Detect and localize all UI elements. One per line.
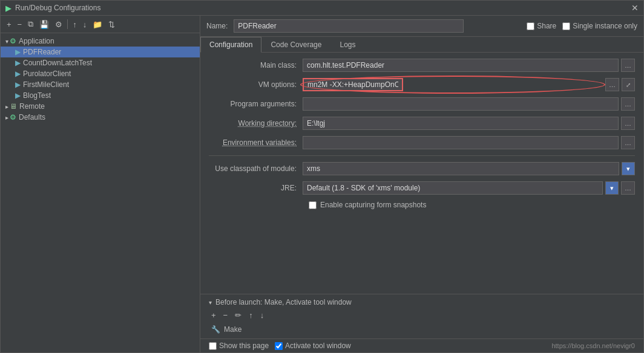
remove-config-button[interactable]: −: [15, 19, 25, 30]
working-dir-input[interactable]: [303, 117, 619, 130]
vm-options-input-wrap: … ⤢: [303, 78, 635, 91]
working-dir-browse-button[interactable]: …: [621, 117, 635, 130]
enable-snapshots-label: Enable capturing form snapshots: [320, 201, 426, 209]
main-class-row: Main class: …: [209, 59, 635, 72]
bl-up-button[interactable]: ↑: [246, 310, 255, 320]
jre-select-wrap: Default (1.8 - SDK of 'xms' module) ▾ …: [303, 181, 635, 195]
close-button[interactable]: ✕: [631, 3, 639, 13]
program-args-browse-button[interactable]: …: [621, 97, 635, 111]
tab-configuration[interactable]: Configuration: [200, 37, 261, 53]
single-instance-label: Single instance only: [573, 22, 637, 30]
make-label: Make: [224, 325, 242, 334]
enable-snapshots-row: Enable capturing form snapshots: [209, 201, 635, 209]
before-launch-arrow-icon: ▾: [209, 299, 212, 306]
tab-code-coverage[interactable]: Code Coverage: [261, 37, 330, 52]
expand-arrow-application: ▾: [5, 38, 8, 45]
env-vars-input[interactable]: [303, 136, 619, 149]
config-body: Main class: … VM options: …: [200, 53, 643, 294]
jre-browse-button[interactable]: …: [621, 181, 635, 195]
tree-item-purlatorclient[interactable]: ▶ PurolatorClient: [1, 68, 200, 79]
tab-logs-label: Logs: [340, 40, 355, 49]
single-instance-checkbox-label: Single instance only: [562, 22, 637, 30]
vm-options-browse-button[interactable]: …: [605, 78, 619, 91]
env-vars-input-wrap: …: [303, 136, 635, 149]
config-tabs: Configuration Code Coverage Logs: [200, 37, 643, 53]
tree-item-remote[interactable]: ▸ 🖥 Remote: [1, 101, 200, 112]
form-divider: [209, 155, 635, 156]
purlatorclient-label: PurolatorClient: [23, 70, 71, 78]
main-class-input[interactable]: [303, 59, 619, 72]
vm-options-expand-button[interactable]: ⤢: [622, 78, 635, 91]
firstmile-icon: ▶: [15, 80, 21, 89]
defaults-group-icon: ⚙: [10, 113, 16, 121]
purlator-icon: ▶: [15, 70, 21, 78]
tree-item-countdownlatchtest[interactable]: ▶ CountDownLatchTest: [1, 57, 200, 68]
copy-config-button[interactable]: ⧉: [25, 18, 36, 30]
activate-checkbox[interactable]: [275, 342, 283, 350]
before-launch-toolbar: + − ✏ ↑ ↓: [209, 310, 635, 320]
bl-remove-button[interactable]: −: [221, 310, 231, 320]
jre-select[interactable]: Default (1.8 - SDK of 'xms' module): [303, 181, 603, 195]
right-panel: Name: Share Single instance only Configu…: [200, 16, 643, 352]
tree-item-pdfreader[interactable]: ▶ PDFReader: [1, 47, 200, 57]
vm-options-input[interactable]: [303, 78, 403, 91]
jre-dropdown-arrow[interactable]: ▾: [605, 181, 619, 195]
program-args-input[interactable]: [303, 97, 619, 111]
countdownlatch-icon: ▶: [15, 59, 21, 67]
left-panel: + − ⧉ 💾 ⚙ ↑ ↓ 📁 ⇅ ▾ ⚙ Application: [1, 16, 200, 352]
bottom-bar: Show this page Activate tool window http…: [200, 338, 643, 352]
remote-group-label: Remote: [19, 102, 45, 111]
config-tree: ▾ ⚙ Application ▶ PDFReader ▶ CountDownL…: [1, 33, 200, 352]
main-class-label: Main class:: [209, 61, 303, 70]
gear-button[interactable]: ⚙: [53, 19, 65, 30]
application-group-label: Application: [19, 37, 54, 45]
name-label: Name:: [206, 22, 228, 30]
enable-snapshots-checkbox[interactable]: [309, 201, 317, 209]
share-checkbox-label: Share: [527, 22, 556, 30]
classpath-dropdown-arrow[interactable]: ▾: [622, 162, 635, 175]
jre-label: JRE:: [209, 184, 303, 192]
tab-logs[interactable]: Logs: [330, 37, 364, 52]
main-class-browse-button[interactable]: …: [621, 59, 635, 72]
save-config-button[interactable]: 💾: [37, 19, 51, 30]
window-icon: ▶: [5, 4, 12, 13]
bl-down-button[interactable]: ↓: [258, 310, 267, 320]
tree-item-firstmileclient[interactable]: ▶ FirstMileClient: [1, 79, 200, 90]
working-dir-label: Working directory:: [209, 119, 303, 128]
tree-item-defaults[interactable]: ▸ ⚙ Defaults: [1, 112, 200, 123]
pdfreader-icon: ▶: [15, 48, 21, 56]
application-group-icon: ⚙: [10, 37, 16, 45]
pdfreader-label: PDFReader: [23, 48, 61, 56]
add-config-button[interactable]: +: [4, 19, 14, 30]
show-page-checkbox[interactable]: [209, 342, 217, 350]
blogtest-label: BlogTest: [23, 91, 51, 100]
bl-add-button[interactable]: +: [209, 310, 218, 320]
before-launch-section: ▾ Before launch: Make, Activate tool win…: [200, 294, 643, 338]
make-row: 🔧 Make: [209, 324, 635, 335]
sort-button[interactable]: ⇅: [106, 19, 117, 30]
expand-arrow-defaults: ▸: [5, 114, 8, 121]
before-launch-title: Before launch: Make, Activate tool windo…: [215, 298, 352, 306]
tree-item-blogtest[interactable]: ▶ BlogTest: [1, 90, 200, 101]
make-icon: 🔧: [211, 325, 220, 334]
share-checkbox[interactable]: [527, 22, 534, 30]
bl-edit-button[interactable]: ✏: [232, 310, 244, 320]
move-up-button[interactable]: ↑: [70, 19, 79, 30]
program-args-row: Program arguments: …: [209, 97, 635, 111]
show-page-label: Show this page: [219, 342, 269, 350]
name-input[interactable]: [234, 19, 464, 33]
tree-item-application[interactable]: ▾ ⚙ Application: [1, 36, 200, 47]
main-class-input-wrap: …: [303, 59, 635, 72]
firstmileclient-label: FirstMileClient: [23, 80, 69, 89]
tab-configuration-label: Configuration: [209, 40, 252, 49]
move-down-button[interactable]: ↓: [80, 19, 90, 30]
share-label: Share: [537, 22, 556, 30]
program-args-input-wrap: …: [303, 97, 635, 111]
blogtest-icon: ▶: [15, 91, 21, 100]
vm-oval-wrap: [303, 78, 603, 91]
classpath-select[interactable]: xms: [303, 162, 619, 175]
single-instance-checkbox[interactable]: [562, 22, 570, 30]
folder-button[interactable]: 📁: [90, 19, 105, 30]
env-vars-browse-button[interactable]: …: [621, 136, 635, 149]
env-vars-row: Environment variables: …: [209, 136, 635, 149]
